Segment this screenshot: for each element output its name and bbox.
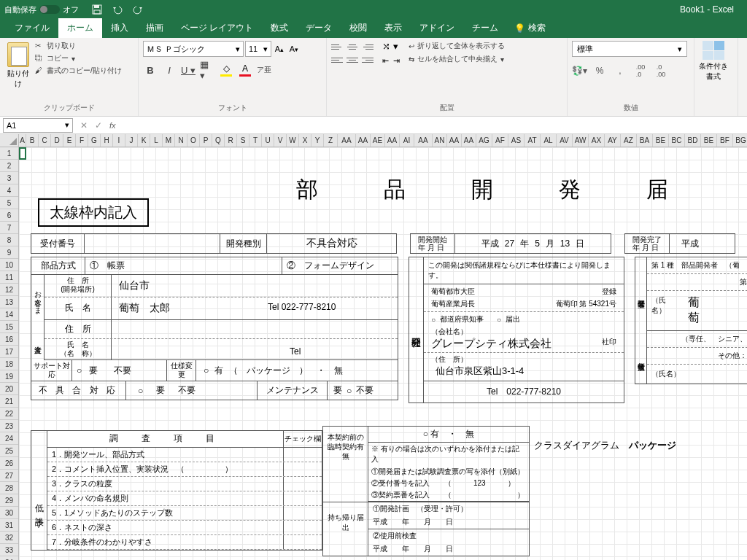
enter-formula-icon[interactable]: ✓ (95, 120, 102, 131)
val-name2[interactable] (112, 339, 287, 359)
col-header[interactable]: U (262, 134, 274, 147)
col-header[interactable]: X (299, 134, 311, 147)
row-header[interactable]: 14 (0, 308, 18, 321)
col-header[interactable]: E (63, 134, 76, 147)
col-header[interactable]: AA (414, 134, 433, 147)
tab-addin[interactable]: アドイン (411, 18, 463, 38)
fill-color-button[interactable]: ◇ (219, 63, 233, 77)
font-size-select[interactable]: 11▾ (245, 41, 271, 57)
col-header[interactable]: AA (338, 134, 356, 147)
font-color-button[interactable]: A (238, 63, 252, 77)
ruby-button[interactable]: ア亜 (257, 63, 271, 77)
row-header[interactable]: 32 (0, 532, 18, 544)
col-header[interactable]: N (175, 134, 187, 147)
col-header[interactable]: BF (717, 134, 733, 147)
cut-button[interactable]: ✂切り取り (35, 41, 122, 51)
row-header[interactable]: 11 (0, 271, 18, 284)
active-cell[interactable] (19, 147, 26, 160)
col-header[interactable]: AV (557, 134, 573, 147)
autosave-toggle[interactable] (39, 5, 60, 14)
col-header[interactable]: D (51, 134, 63, 147)
tab-review[interactable]: 校閲 (341, 18, 376, 38)
decrease-font-icon[interactable]: A▾ (287, 41, 301, 57)
select-all-corner[interactable] (0, 134, 19, 147)
align-right-icon[interactable] (360, 54, 374, 66)
col-header[interactable]: W (287, 134, 299, 147)
undo-icon[interactable] (112, 4, 123, 15)
col-header[interactable]: L (150, 134, 163, 147)
percent-button[interactable]: % (592, 64, 607, 77)
comma-button[interactable]: , (613, 64, 627, 77)
col-header[interactable]: BE (701, 134, 717, 147)
col-header[interactable]: S (237, 134, 249, 147)
col-header[interactable]: AN (433, 134, 447, 147)
col-header[interactable]: I (113, 134, 125, 147)
col-header[interactable]: R (225, 134, 237, 147)
align-top-right-icon[interactable] (360, 41, 374, 52)
align-top-center-icon[interactable] (346, 41, 359, 52)
col-header[interactable]: H (101, 134, 113, 147)
col-header[interactable]: BC (669, 134, 685, 147)
cancel-formula-icon[interactable]: ✕ (80, 120, 88, 131)
row-header[interactable]: 10 (0, 259, 18, 271)
col-header[interactable]: G (88, 134, 101, 147)
col-header[interactable]: AX (589, 134, 605, 147)
col-header[interactable]: AE (371, 134, 385, 147)
col-header[interactable]: AS (508, 134, 525, 147)
number-format-select[interactable]: 標準▾ (572, 41, 687, 57)
save-icon[interactable] (92, 4, 102, 15)
decrease-decimal-icon[interactable]: .0.00 (654, 64, 668, 77)
col-header[interactable]: J (125, 134, 138, 147)
tab-home[interactable]: ホーム (58, 18, 102, 38)
redo-icon[interactable] (133, 4, 143, 15)
col-header[interactable]: AW (573, 134, 589, 147)
underline-button[interactable]: U ▾ (181, 63, 196, 77)
row-header[interactable]: 18 (0, 358, 18, 370)
increase-decimal-icon[interactable]: .00.0 (633, 64, 648, 77)
row-header[interactable]: 7 (0, 222, 18, 234)
row-header[interactable]: 9 (0, 246, 18, 259)
row-header[interactable]: 29 (0, 494, 18, 507)
row-header[interactable]: 16 (0, 333, 18, 346)
increase-indent-icon[interactable]: ⇥ (393, 56, 400, 66)
col-header[interactable]: F (76, 134, 88, 147)
merge-center-button[interactable]: ⇆セルを結合して中央揃え ▾ (409, 54, 505, 64)
row-header[interactable]: 5 (0, 197, 18, 209)
italic-button[interactable]: I (162, 63, 177, 77)
val-recvno[interactable] (85, 233, 220, 254)
font-name-select[interactable]: ＭＳ Ｐゴシック▾ (143, 41, 244, 57)
col-header[interactable]: AZ (621, 134, 637, 147)
row-header[interactable]: 26 (0, 457, 18, 470)
col-header[interactable]: AA (385, 134, 400, 147)
col-header[interactable]: BA (637, 134, 653, 147)
orientation-button[interactable]: ⤭ ▾ (382, 41, 400, 52)
row-header[interactable]: 2 (0, 160, 18, 172)
col-header[interactable]: B (26, 134, 39, 147)
row-header[interactable]: 1 (0, 147, 18, 160)
col-header[interactable]: AA (356, 134, 371, 147)
col-header[interactable]: Z (324, 134, 338, 147)
col-header[interactable]: Y (311, 134, 324, 147)
row-header[interactable]: 33 (0, 544, 18, 556)
row-header[interactable]: 27 (0, 470, 18, 482)
row-header[interactable]: 3 (0, 172, 18, 184)
tab-draw[interactable]: 描画 (137, 18, 172, 38)
row-header[interactable]: 24 (0, 432, 18, 445)
col-header[interactable]: AG (476, 134, 492, 147)
col-header[interactable]: V (274, 134, 287, 147)
row-header[interactable]: 17 (0, 346, 18, 358)
row-header[interactable]: 21 (0, 395, 18, 408)
tab-team[interactable]: チーム (463, 18, 507, 38)
tab-view[interactable]: 表示 (376, 18, 411, 38)
tab-formulas[interactable]: 数式 (262, 18, 297, 38)
col-header[interactable]: AA (447, 134, 462, 147)
col-header[interactable]: K (138, 134, 150, 147)
col-header[interactable]: A (19, 134, 26, 147)
align-center-icon[interactable] (346, 54, 359, 66)
col-header[interactable]: BE (653, 134, 669, 147)
row-header[interactable]: 30 (0, 507, 18, 519)
col-header[interactable]: T (249, 134, 262, 147)
name-box[interactable]: A1▾ (3, 118, 73, 133)
row-header[interactable]: 22 (0, 408, 18, 420)
fx-icon[interactable]: fx (109, 121, 116, 130)
